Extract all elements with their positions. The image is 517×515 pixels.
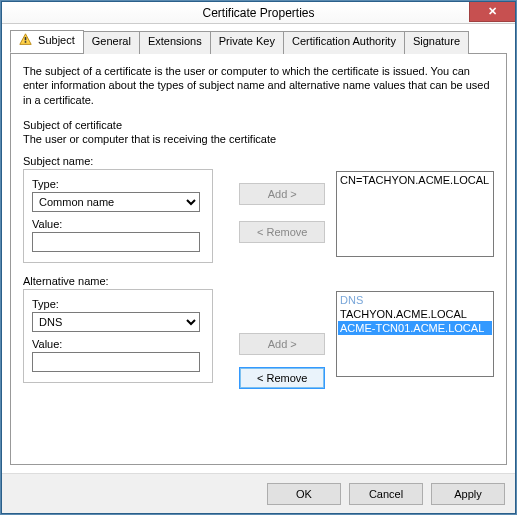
tab-label: Signature <box>413 35 460 47</box>
titlebar: Certificate Properties ✕ <box>2 2 515 24</box>
subject-name-label: Subject name: <box>23 155 494 167</box>
tab-label: Extensions <box>148 35 202 47</box>
subject-name-list[interactable]: CN=TACHYON.ACME.LOCAL <box>336 171 494 257</box>
value-label: Value: <box>32 218 204 230</box>
warning-icon <box>19 33 32 48</box>
subject-name-group: Type: Common name Value: <box>23 169 213 263</box>
section-title: Subject of certificate <box>23 119 494 131</box>
subject-description: The subject of a certificate is the user… <box>23 64 494 107</box>
svg-rect-1 <box>25 37 27 40</box>
tab-label: Certification Authority <box>292 35 396 47</box>
content-area: Subject General Extensions Private Key C… <box>2 24 515 473</box>
tab-label: General <box>92 35 131 47</box>
subject-name-row: Type: Common name Value: Add > < Remove <box>23 167 494 263</box>
tab-label: Private Key <box>219 35 275 47</box>
section-subtitle: The user or computer that is receiving t… <box>23 133 494 145</box>
alt-add-button[interactable]: Add > <box>239 333 325 355</box>
list-item[interactable]: TACHYON.ACME.LOCAL <box>338 307 492 321</box>
list-item[interactable]: CN=TACHYON.ACME.LOCAL <box>338 173 492 187</box>
tab-signature[interactable]: Signature <box>404 31 469 54</box>
list-item[interactable]: ACME-TCN01.ACME.LOCAL <box>338 321 492 335</box>
alt-remove-button[interactable]: < Remove <box>239 367 325 389</box>
tab-subject[interactable]: Subject <box>10 30 84 53</box>
value-label: Value: <box>32 338 204 350</box>
subject-type-select[interactable]: Common name <box>32 192 200 212</box>
type-label: Type: <box>32 298 204 310</box>
alt-name-group: Type: DNS Value: <box>23 289 213 383</box>
tab-label: Subject <box>38 34 75 46</box>
tab-general[interactable]: General <box>83 31 140 54</box>
subject-remove-button[interactable]: < Remove <box>239 221 325 243</box>
alt-name-row: Type: DNS Value: Add > < Remove <box>23 287 494 393</box>
close-icon: ✕ <box>488 5 497 18</box>
subject-add-button[interactable]: Add > <box>239 183 325 205</box>
tab-extensions[interactable]: Extensions <box>139 31 211 54</box>
tab-cert-authority[interactable]: Certification Authority <box>283 31 405 54</box>
tab-private-key[interactable]: Private Key <box>210 31 284 54</box>
ok-button[interactable]: OK <box>267 483 341 505</box>
list-header: DNS <box>338 293 492 307</box>
close-button[interactable]: ✕ <box>469 2 515 22</box>
cancel-button[interactable]: Cancel <box>349 483 423 505</box>
apply-button[interactable]: Apply <box>431 483 505 505</box>
tab-panel-subject: The subject of a certificate is the user… <box>10 53 507 465</box>
alt-value-input[interactable] <box>32 352 200 372</box>
subject-value-input[interactable] <box>32 232 200 252</box>
type-label: Type: <box>32 178 204 190</box>
svg-rect-2 <box>25 41 27 43</box>
window-title: Certificate Properties <box>2 6 515 20</box>
dialog-window: Certificate Properties ✕ Subject General… <box>1 1 516 514</box>
tabstrip: Subject General Extensions Private Key C… <box>10 30 507 53</box>
dialog-footer: OK Cancel Apply <box>2 473 515 513</box>
alt-name-list[interactable]: DNS TACHYON.ACME.LOCAL ACME-TCN01.ACME.L… <box>336 291 494 377</box>
alt-type-select[interactable]: DNS <box>32 312 200 332</box>
alt-name-label: Alternative name: <box>23 275 494 287</box>
